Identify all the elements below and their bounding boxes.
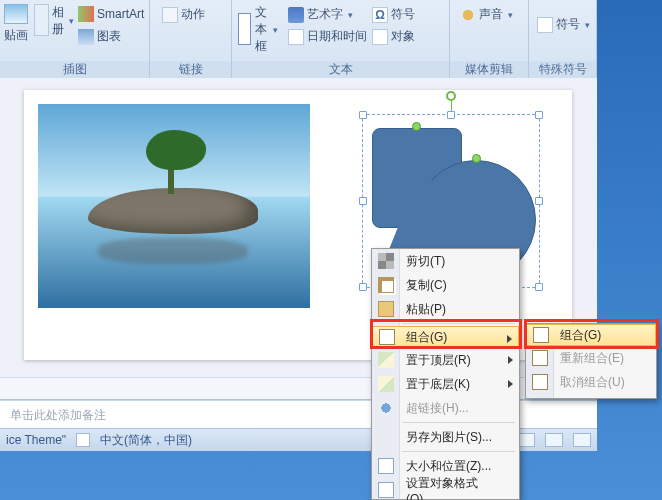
menu-label: 组合(G) [560,327,601,344]
menu-hyperlink: 超链接(H)... [372,396,519,420]
menu-label: 组合(G) [406,329,447,346]
menu-label: 置于底层(K) [406,376,470,393]
symbol-label: 符号 [391,6,415,23]
menu-label: 重新组合(E) [560,350,624,367]
submenu-arrow-icon [508,380,513,388]
object-label: 对象 [391,28,415,45]
object-button[interactable]: 对象 [372,28,415,45]
copy-icon [378,277,394,293]
smartart-label: SmartArt [97,7,144,21]
menu-format-object[interactable]: 设置对象格式(O)... [372,478,519,500]
album-label: 相册 [52,4,64,38]
object-icon [372,29,388,45]
clipart-label: 贴画 [4,27,28,44]
group-title-special: 特殊符号 [529,61,596,78]
menu-group[interactable]: 组合(G) [372,326,519,348]
group-title-illust: 插图 [0,61,149,78]
status-language[interactable]: 中文(简体，中国) [100,432,192,449]
notes-placeholder: 单击此处添加备注 [10,408,106,422]
smartart-button[interactable]: SmartArt [78,6,144,22]
resize-handle[interactable] [447,111,455,119]
resize-handle[interactable] [359,197,367,205]
sound-button[interactable]: 声音▾ [460,6,513,23]
resize-handle[interactable] [535,283,543,291]
textbox-label: 文本框 [254,4,268,55]
hyperlink-icon [378,400,394,416]
datetime-icon [288,29,304,45]
menu-cut[interactable]: 剪切(T) [372,249,519,273]
wordart-label: 艺术字 [307,6,343,23]
spellcheck-icon[interactable] [76,433,90,447]
chart-button[interactable]: 图表 [78,28,121,45]
photo-reflection [98,238,248,264]
resize-handle[interactable] [535,197,543,205]
special-symbol-label: 符号 [556,16,580,33]
menu-separator [402,422,515,423]
ribbon-group-illustrations: 贴画 相册 ▾ SmartArt 图表 插图 [0,0,150,78]
clipart-button[interactable]: 贴画 [4,4,28,44]
inserted-picture[interactable] [38,104,310,308]
smartart-icon [78,6,94,22]
resize-handle[interactable] [359,111,367,119]
chevron-down-icon: ▾ [69,16,74,26]
menu-label: 另存为图片(S)... [406,429,492,446]
ribbon-group-media: 声音▾ 媒体剪辑 [450,0,529,78]
submenu-regroup: 重新组合(E) [526,346,656,370]
chevron-down-icon: ▾ [273,25,278,35]
special-symbol-icon [537,17,553,33]
group-title-link: 链接 [150,61,231,78]
view-sorter-button[interactable] [545,433,563,447]
symbol-button[interactable]: Ω 符号 [372,6,415,23]
menu-copy[interactable]: 复制(C) [372,273,519,297]
action-label: 动作 [181,6,205,23]
view-slideshow-button[interactable] [573,433,591,447]
submenu-ungroup: 取消组合(U) [526,370,656,394]
chart-label: 图表 [97,28,121,45]
menu-label: 剪切(T) [406,253,445,270]
album-button[interactable]: 相册 ▾ [34,4,74,38]
photo-tree-crown [146,130,206,170]
submenu-group: 组合(G) 重新组合(E) 取消组合(U) [525,323,657,399]
rotate-handle[interactable] [472,154,481,163]
ribbon: 贴画 相册 ▾ SmartArt 图表 插图 动作 链接 文本框 ▾ [0,0,597,78]
resize-handle[interactable] [359,283,367,291]
menu-label: 复制(C) [406,277,447,294]
regroup-icon [532,350,548,366]
clipart-icon [4,4,28,24]
sound-icon [460,7,476,23]
menu-separator [402,323,515,324]
send-back-icon [378,376,394,392]
menu-label: 置于顶层(R) [406,352,471,369]
action-button[interactable]: 动作 [162,6,205,23]
menu-label: 超链接(H)... [406,400,469,417]
textbox-button[interactable]: 文本框 ▾ [238,4,278,55]
action-icon [162,7,178,23]
menu-bring-front[interactable]: 置于顶层(R) [372,348,519,372]
wordart-icon [288,7,304,23]
menu-label: 粘贴(P) [406,301,446,318]
chevron-down-icon: ▾ [348,10,353,20]
rotate-handle[interactable] [446,91,456,101]
group-icon [533,327,549,343]
wordart-button[interactable]: 艺术字▾ [288,6,353,23]
menu-paste[interactable]: 粘贴(P) [372,297,519,321]
menu-save-as-picture[interactable]: 另存为图片(S)... [372,425,519,449]
ribbon-group-text: 文本框 ▾ 艺术字▾ 日期和时间 Ω 符号 对象 文本 [232,0,450,78]
menu-label: 取消组合(U) [560,374,625,391]
submenu-group-item[interactable]: 组合(G) [526,324,656,346]
datetime-label: 日期和时间 [307,28,367,45]
group-title-media: 媒体剪辑 [450,61,528,78]
symbol-icon: Ω [372,7,388,23]
format-icon [378,482,394,498]
datetime-button[interactable]: 日期和时间 [288,28,367,45]
bring-front-icon [378,352,394,368]
rotate-handle[interactable] [412,122,421,131]
status-theme: ice Theme" [6,433,66,447]
rotate-stem [451,101,452,111]
submenu-arrow-icon [507,335,512,343]
resize-handle[interactable] [535,111,543,119]
textbox-icon [238,13,251,45]
chevron-down-icon: ▾ [585,20,590,30]
special-symbol-button[interactable]: 符号▾ [537,16,590,33]
menu-send-back[interactable]: 置于底层(K) [372,372,519,396]
